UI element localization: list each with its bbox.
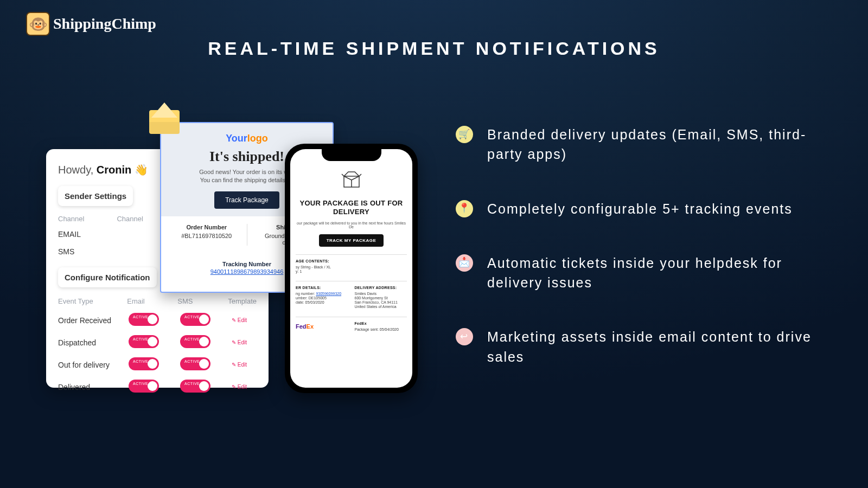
order-number-value: #BL711697810520 bbox=[170, 233, 244, 239]
tracking-link[interactable]: 930596099320 bbox=[316, 292, 341, 296]
email-toggle[interactable]: ACTIVE bbox=[129, 380, 159, 393]
screenshot-stack: Howdy, Cronin 👋 Sender Settings ChannelC… bbox=[46, 149, 426, 404]
open-box-icon bbox=[296, 170, 407, 194]
feature-list: 🛒 Branded delivery updates (Email, SMS, … bbox=[456, 125, 835, 367]
reply-arrow-icon: ↩ bbox=[456, 328, 473, 345]
feature-text: Completely configurable 5+ tracking even… bbox=[487, 199, 793, 219]
event-table-header: Event Type Email SMS Template bbox=[58, 297, 257, 305]
sender-settings-tab[interactable]: Sender Settings bbox=[58, 186, 133, 206]
email-toggle[interactable]: ACTIVE bbox=[129, 335, 159, 348]
monkey-icon: 🐵 bbox=[26, 12, 50, 36]
phone-headline: YOUR PACKAGE IS OUT FOR DELIVERY bbox=[296, 199, 407, 217]
feature-item: 📍 Completely configurable 5+ tracking ev… bbox=[456, 199, 835, 219]
wave-icon: 👋 bbox=[135, 164, 148, 176]
event-name: Out for delivery bbox=[58, 361, 129, 369]
phone-notch bbox=[322, 148, 381, 161]
event-row: DeliveredACTIVEACTIVE✎ Edit bbox=[58, 380, 257, 394]
feature-item: 🛒 Branded delivery updates (Email, SMS, … bbox=[456, 125, 835, 164]
page-title: REAL-TIME SHIPMENT NOTIFICATIONS bbox=[0, 38, 868, 59]
order-number-label: Order Number bbox=[170, 224, 244, 230]
package-contents-section: AGE CONTENTS: sy String - Black / XL y: … bbox=[296, 254, 407, 273]
edit-template-link[interactable]: ✎ Edit bbox=[232, 317, 247, 323]
merchant-logo-placeholder: Yourlogo bbox=[170, 133, 324, 144]
fedex-logo: FedEx bbox=[296, 323, 348, 330]
feature-item: ↩ Marketing assets inside email content … bbox=[456, 327, 835, 367]
feature-text: Branded delivery updates (Email, SMS, th… bbox=[487, 125, 835, 164]
feature-text: Marketing assets inside email content to… bbox=[487, 327, 835, 367]
carrier-section: FedEx FedEx Package sent: 05/04/2020 bbox=[296, 317, 407, 332]
order-and-address-section: ER DETAILS: ng number: 930596099320 umbe… bbox=[296, 281, 407, 309]
sms-toggle[interactable]: ACTIVE bbox=[180, 357, 210, 370]
location-pin-icon: 📍 bbox=[456, 200, 473, 217]
sms-toggle[interactable]: ACTIVE bbox=[180, 313, 210, 326]
envelope-icon bbox=[149, 110, 180, 134]
phone-subtext: our package will be delivered to you in … bbox=[296, 221, 407, 229]
email-toggle[interactable]: ACTIVE bbox=[129, 313, 159, 326]
phone-mockup: YOUR PACKAGE IS OUT FOR DELIVERY our pac… bbox=[285, 144, 418, 393]
event-row: DispatchedACTIVEACTIVE✎ Edit bbox=[58, 335, 257, 350]
track-package-button[interactable]: Track Package bbox=[214, 191, 279, 209]
configure-notification-tab[interactable]: Configure Notification bbox=[58, 267, 157, 287]
event-name: Dispatched bbox=[58, 338, 129, 347]
track-my-package-button[interactable]: TRACK MY PACKAGE bbox=[319, 234, 384, 247]
feature-item: 📩 Automatic tickets inside your helpdesk… bbox=[456, 253, 835, 293]
brand-logo: 🐵 ShippingChimp bbox=[26, 12, 156, 36]
brand-name: ShippingChimp bbox=[53, 15, 156, 33]
event-row: Out for deliveryACTIVEACTIVE✎ Edit bbox=[58, 357, 257, 372]
feature-text: Automatic tickets inside your helpdesk f… bbox=[487, 253, 835, 293]
sms-toggle[interactable]: ACTIVE bbox=[180, 335, 210, 348]
email-toggle[interactable]: ACTIVE bbox=[129, 357, 159, 370]
edit-template-link[interactable]: ✎ Edit bbox=[232, 339, 247, 345]
edit-template-link[interactable]: ✎ Edit bbox=[232, 362, 247, 368]
phone-screen: YOUR PACKAGE IS OUT FOR DELIVERY our pac… bbox=[290, 149, 412, 388]
event-name: Order Received bbox=[58, 316, 129, 325]
event-name: Delivered bbox=[58, 383, 129, 391]
tracking-number-link[interactable]: 9400111898679893934946 bbox=[210, 268, 284, 275]
mail-ticket-icon: 📩 bbox=[456, 254, 473, 272]
event-row: Order ReceivedACTIVEACTIVE✎ Edit bbox=[58, 313, 257, 328]
edit-template-link[interactable]: ✎ Edit bbox=[232, 384, 247, 390]
cart-icon: 🛒 bbox=[456, 126, 473, 143]
sms-toggle[interactable]: ACTIVE bbox=[180, 380, 210, 393]
